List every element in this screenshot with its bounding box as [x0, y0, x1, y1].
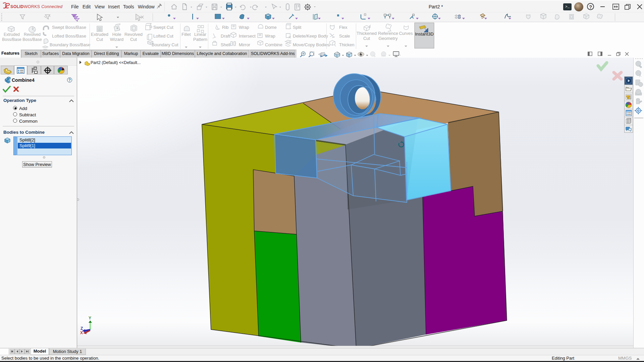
svg-text:Extruded: Extruded	[91, 32, 108, 37]
svg-text:Cut: Cut	[130, 37, 137, 42]
svg-text:Extruded: Extruded	[4, 32, 20, 37]
svg-text:Reference: Reference	[378, 31, 398, 36]
svg-text:Swept Boss/Base: Swept Boss/Base	[52, 25, 86, 30]
svg-text:Wrap: Wrap	[239, 25, 249, 30]
svg-text:Combine: Combine	[265, 42, 282, 47]
svg-text:Boundary Boss/Base: Boundary Boss/Base	[50, 42, 90, 47]
svg-text:Scale: Scale	[339, 34, 350, 39]
svg-text:Boss/Base: Boss/Base	[22, 37, 42, 42]
svg-text:Draft: Draft	[221, 34, 230, 39]
svg-text:Revolved: Revolved	[124, 32, 143, 37]
svg-text:Shell: Shell	[221, 42, 230, 47]
svg-text:Boundary Cut: Boundary Cut	[152, 42, 178, 47]
svg-text:Split: Split	[293, 25, 302, 30]
svg-text:Swept Cut: Swept Cut	[153, 25, 173, 30]
svg-text:Rib: Rib	[222, 25, 229, 30]
svg-text:Wizard: Wizard	[110, 37, 123, 42]
svg-text:Cut: Cut	[96, 37, 103, 42]
svg-text:Part2 (Default) <<Default...: Part2 (Default) <<Default...	[91, 60, 141, 65]
svg-text:Pattern: Pattern	[193, 37, 207, 42]
svg-text:Dome: Dome	[265, 25, 277, 30]
svg-text:Cut: Cut	[363, 36, 370, 41]
svg-text:Instant3D: Instant3D	[415, 32, 434, 37]
svg-text:Mirror: Mirror	[239, 42, 251, 47]
svg-text:Fillet: Fillet	[181, 32, 191, 37]
svg-text:Hole: Hole	[112, 32, 121, 37]
svg-text:Geometry: Geometry	[378, 36, 398, 41]
svg-text:Delete/Keep Body: Delete/Keep Body	[293, 34, 328, 39]
svg-text:Flex: Flex	[339, 25, 347, 30]
svg-text:Revolved: Revolved	[24, 32, 41, 37]
svg-text:Intersect: Intersect	[239, 34, 256, 39]
svg-text:Lofted Cut: Lofted Cut	[153, 34, 173, 39]
svg-text:Move/Copy Bodies: Move/Copy Bodies	[293, 42, 330, 47]
svg-text:Boss/Base: Boss/Base	[2, 37, 21, 42]
svg-text:Thicken: Thicken	[339, 42, 355, 47]
svg-text:Curves: Curves	[399, 31, 413, 36]
svg-text:X: X	[80, 330, 83, 335]
svg-text:Lofted Boss/Base: Lofted Boss/Base	[52, 34, 86, 39]
svg-text:Wrap: Wrap	[265, 34, 275, 39]
svg-text:Thickened: Thickened	[357, 31, 377, 36]
svg-text:Linear: Linear	[194, 32, 207, 37]
svg-text:Z: Z	[80, 326, 83, 331]
svg-text:Y: Y	[89, 316, 91, 320]
